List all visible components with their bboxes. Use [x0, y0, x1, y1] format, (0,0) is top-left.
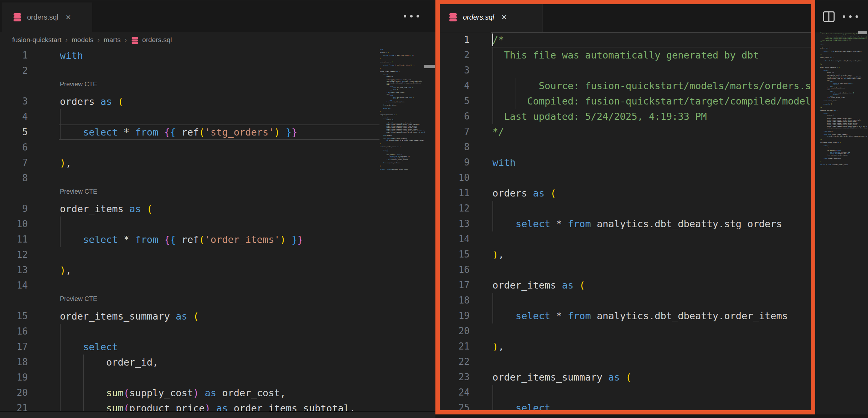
line-number[interactable]: 13 [0, 262, 28, 278]
line-number[interactable]: 12 [0, 247, 28, 262]
code-line[interactable]: 4 [0, 109, 381, 124]
breadcrumb-item-file[interactable]: orders.sql [142, 36, 172, 44]
line-number[interactable]: 6 [440, 109, 470, 124]
scrollbar-cursor-marker[interactable] [858, 31, 867, 34]
code-line[interactable]: 15), [440, 247, 815, 262]
close-icon[interactable]: ✕ [66, 13, 71, 21]
line-number[interactable]: 10 [440, 170, 470, 185]
line-number[interactable]: 20 [440, 323, 470, 339]
code-line[interactable]: 16 [0, 324, 381, 339]
tab-orders-sql-preview[interactable]: orders.sql ✕ [440, 2, 542, 32]
code-line[interactable]: 3orders as ( [0, 94, 381, 109]
code-line[interactable]: 11 select * from {{ ref('order_items') }… [0, 232, 381, 247]
line-number[interactable]: 9 [0, 201, 28, 216]
line-number[interactable]: 22 [440, 354, 470, 369]
line-number[interactable]: 4 [0, 109, 28, 124]
code-line[interactable]: 7), [0, 155, 381, 170]
line-number[interactable]: 6 [0, 140, 28, 155]
line-number[interactable]: 8 [440, 139, 470, 155]
code-line[interactable]: 1/* [440, 32, 815, 47]
line-number[interactable]: 5 [440, 93, 470, 109]
line-number[interactable]: 2 [440, 47, 470, 63]
code-line[interactable]: 9order_items as ( [0, 201, 381, 216]
code-line[interactable]: 11orders as ( [440, 185, 815, 201]
code-line[interactable]: 18 [440, 293, 815, 308]
code-line[interactable]: 20 sum(supply_cost) as order_cost, [0, 385, 381, 401]
line-number[interactable]: 9 [440, 155, 470, 170]
line-number[interactable]: 4 [440, 78, 470, 93]
line-number[interactable]: 15 [440, 247, 470, 262]
line-number[interactable]: 21 [440, 339, 470, 354]
code-line[interactable]: 23order_items_summary as ( [440, 369, 815, 385]
line-number[interactable]: 11 [0, 232, 28, 247]
code-line[interactable]: 1with [0, 48, 381, 63]
breadcrumb-item-project[interactable]: fusion-quickstart [12, 36, 61, 44]
line-number[interactable]: 18 [0, 355, 28, 370]
line-number[interactable]: 18 [440, 293, 470, 308]
code-line[interactable]: 22 [440, 354, 815, 369]
breadcrumb-item-models[interactable]: models [72, 36, 93, 44]
code-line[interactable]: 14 [0, 278, 381, 293]
code-line[interactable]: 15order_items_summary as ( [0, 309, 381, 324]
line-number[interactable]: 10 [0, 216, 28, 232]
line-number[interactable]: 19 [440, 308, 470, 323]
line-number[interactable]: 15 [0, 309, 28, 324]
codelens-row[interactable]: Preview CTE [0, 293, 381, 309]
code-line[interactable]: 19 [0, 370, 381, 385]
line-number[interactable]: 20 [0, 385, 28, 401]
more-actions-icon[interactable] [841, 7, 859, 26]
code-line[interactable]: 4 Source: fusion-quickstart/models/marts… [440, 78, 815, 93]
code-line[interactable]: 9with [440, 155, 815, 170]
line-number[interactable]: 19 [0, 370, 28, 385]
code-line[interactable]: 5 Compiled: fusion-quickstart/target/com… [440, 93, 815, 109]
line-number[interactable]: 11 [440, 185, 470, 201]
tab-orders-sql-source[interactable]: orders.sql ✕ [2, 2, 92, 32]
breadcrumb-item-marts[interactable]: marts [104, 36, 121, 44]
code-line[interactable]: 18 order_id, [0, 355, 381, 370]
source-code-editor[interactable]: 1with2Preview CTE3orders as (45 select *… [0, 48, 381, 418]
close-icon[interactable]: ✕ [501, 13, 507, 21]
code-line[interactable]: 20 [440, 323, 815, 339]
codelens-row[interactable]: Preview CTE [0, 78, 381, 94]
line-number[interactable]: 7 [440, 124, 470, 139]
codelens-preview-cte-link[interactable]: Preview CTE [60, 188, 97, 195]
line-number[interactable]: 14 [0, 278, 28, 293]
line-number[interactable]: 8 [0, 170, 28, 186]
code-line[interactable]: 19 select * from analytics.dbt_dbeatty.o… [440, 308, 815, 323]
line-number[interactable]: 7 [0, 155, 28, 170]
line-number[interactable]: 14 [440, 231, 470, 247]
line-number[interactable]: 16 [440, 262, 470, 277]
code-line[interactable]: 21), [440, 339, 815, 354]
line-number[interactable]: 2 [0, 63, 28, 78]
code-line[interactable]: 17order_items as ( [440, 277, 815, 293]
code-line[interactable]: 2 [0, 63, 381, 78]
compiled-preview-editor[interactable]: 1/*2 This file was automatically generat… [440, 32, 815, 414]
code-line[interactable]: 17 select [0, 339, 381, 355]
codelens-preview-cte-link[interactable]: Preview CTE [60, 81, 97, 88]
code-line[interactable]: 16 [440, 262, 815, 277]
line-number[interactable]: 3 [440, 63, 470, 78]
line-number[interactable]: 3 [0, 94, 28, 109]
line-number[interactable]: 16 [0, 324, 28, 339]
codelens-row[interactable]: Preview CTE [0, 186, 381, 201]
line-number[interactable]: 1 [440, 32, 470, 47]
code-line[interactable]: 8 [440, 139, 815, 155]
line-number[interactable]: 12 [440, 201, 470, 216]
line-number[interactable]: 17 [440, 277, 470, 293]
code-line[interactable]: 10 [440, 170, 815, 185]
code-line[interactable]: 13), [0, 262, 381, 278]
code-line[interactable]: 5 select * from {{ ref('stg_orders') }} [0, 124, 381, 140]
code-line[interactable]: 8 [0, 170, 381, 186]
code-line[interactable]: 13 select * from analytics.dbt_dbeatty.s… [440, 216, 815, 231]
code-line[interactable]: 6 Last updated: 5/24/2025, 4:19:33 PM [440, 109, 815, 124]
code-line[interactable]: 10 [0, 216, 381, 232]
code-line[interactable]: 2 This file was automatically generated … [440, 47, 815, 63]
line-number[interactable]: 13 [440, 216, 470, 231]
code-line[interactable]: 14 [440, 231, 815, 247]
more-actions-icon[interactable] [402, 7, 420, 25]
right-minimap[interactable]: /* This file was automatically generated… [820, 31, 867, 231]
code-line[interactable]: 25 select [440, 400, 815, 414]
split-editor-icon[interactable] [820, 7, 838, 26]
codelens-preview-cte-link[interactable]: Preview CTE [60, 295, 97, 303]
code-line[interactable]: 7*/ [440, 124, 815, 139]
